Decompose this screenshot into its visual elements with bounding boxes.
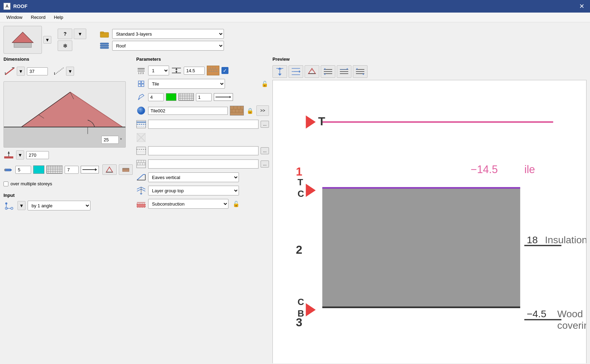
- dimensions-column: Dimensions ▼ 37: [3, 57, 133, 363]
- roof-type-button[interactable]: [3, 26, 42, 54]
- params-row-subconstruction: Subconstruction None 🔓: [136, 198, 269, 210]
- snowflake-button[interactable]: ❄: [58, 40, 72, 51]
- preview-btn-1[interactable]: [272, 65, 287, 78]
- input-mode-icon: [3, 201, 15, 210]
- roof-diagram-icon: [10, 30, 35, 50]
- eaves-icon: [136, 172, 146, 182]
- menu-help[interactable]: Help: [50, 13, 67, 21]
- svg-text:2: 2: [296, 243, 302, 256]
- green-color-swatch[interactable]: [166, 93, 176, 101]
- preview-btn-5[interactable]: [337, 65, 351, 78]
- dimension-value-1[interactable]: 37: [27, 67, 48, 75]
- subconstruction-select[interactable]: Subconstruction None: [148, 199, 228, 209]
- svg-rect-57: [141, 81, 144, 83]
- height-value[interactable]: 270: [26, 151, 49, 159]
- svg-rect-25: [4, 169, 6, 171]
- svg-rect-23: [5, 169, 10, 171]
- roof-style-btn[interactable]: [119, 164, 133, 175]
- hatch-dots-btn-1[interactable]: ...: [261, 121, 269, 128]
- pen-size-input[interactable]: 5: [15, 166, 31, 174]
- svg-text:−14.5: −14.5: [471, 163, 498, 176]
- subconstruction-lock-btn[interactable]: 🔓: [232, 200, 240, 208]
- thickness-input[interactable]: 14.5: [184, 67, 205, 75]
- angle-input[interactable]: 25: [101, 136, 119, 144]
- layers-icon: [100, 42, 109, 50]
- svg-line-99: [141, 187, 145, 189]
- texture-name-display: Tile002: [148, 107, 228, 115]
- eaves-select[interactable]: Eaves vertical Eaves horizontal Eaves pl…: [148, 172, 239, 182]
- svg-point-33: [11, 207, 13, 209]
- svg-rect-138: [322, 188, 520, 307]
- parameters-label: Parameters: [136, 57, 269, 62]
- pen-number-input[interactable]: 4: [148, 93, 164, 101]
- texture-lock-btn[interactable]: 🔒: [246, 106, 254, 115]
- svg-rect-104: [137, 204, 145, 207]
- svg-marker-133: [306, 116, 315, 129]
- svg-text:Insulation: Insulation: [545, 234, 586, 245]
- input-mode-dropdown-btn[interactable]: ▼: [17, 201, 26, 210]
- params-row-4: Tile002 🔒: [136, 104, 269, 117]
- hatch-pattern-btn[interactable]: [46, 165, 63, 174]
- params-hatch-btn[interactable]: [179, 93, 194, 101]
- close-button[interactable]: ✕: [577, 2, 587, 11]
- roof-peak-btn[interactable]: [102, 164, 116, 175]
- svg-rect-58: [138, 84, 141, 87]
- menu-window[interactable]: Window: [3, 13, 26, 21]
- brick-field: [148, 159, 258, 169]
- svg-marker-140: [306, 184, 315, 197]
- params-row-2: Tile Wood Concrete Insulation 🔓: [136, 78, 269, 90]
- hatch-field-2: [148, 146, 258, 155]
- roof-dropdown-arrow[interactable]: ▼: [43, 36, 51, 44]
- hatch-dots-btn-2[interactable]: ...: [261, 147, 269, 154]
- svg-marker-148: [306, 303, 315, 317]
- svg-line-98: [137, 187, 141, 189]
- svg-marker-131: [362, 74, 364, 75]
- input-method-select[interactable]: by 1 angle by 2 angles by pitch: [28, 201, 90, 210]
- layer-count-icon: 1 2 3: [136, 66, 146, 75]
- svg-rect-5: [100, 43, 109, 44]
- tile-texture-preview[interactable]: [230, 106, 244, 116]
- hatch-count-input[interactable]: 7: [65, 166, 79, 174]
- profile-dropdown[interactable]: Standard 3-layers Standard 2-layers Cust…: [112, 29, 224, 39]
- preview-label: Preview: [272, 57, 587, 62]
- svg-rect-6: [100, 45, 109, 46]
- preview-toolbar: [272, 65, 587, 78]
- disabled-preview-icon: [136, 133, 146, 142]
- params-checkbox-1[interactable]: ✓: [221, 67, 228, 74]
- svg-line-11: [54, 68, 64, 75]
- hatch-num-input[interactable]: 1: [196, 93, 212, 101]
- preview-btn-6[interactable]: [353, 65, 367, 78]
- svg-text:ile: ile: [524, 163, 535, 176]
- svg-text:T: T: [298, 177, 303, 187]
- hatch-field-1: [148, 120, 258, 129]
- svg-marker-108: [278, 74, 282, 76]
- params-row-eaves: Eaves vertical Eaves horizontal Eaves pl…: [136, 171, 269, 183]
- menu-bar: Window Record Help: [0, 13, 590, 22]
- svg-marker-121: [324, 74, 326, 75]
- material-lock-btn[interactable]: 🔓: [261, 80, 269, 88]
- preview-btn-3[interactable]: [305, 65, 319, 78]
- material-select[interactable]: Tile Wood Concrete Insulation: [148, 79, 225, 89]
- expand-button[interactable]: ▼: [74, 29, 86, 39]
- dim1-dropdown-btn[interactable]: ▼: [17, 67, 25, 76]
- preview-btn-4[interactable]: [321, 65, 335, 78]
- menu-record[interactable]: Record: [27, 13, 49, 21]
- svg-line-8: [5, 68, 14, 75]
- layer-group-select[interactable]: Layer group top Layer group bottom Layer…: [148, 186, 239, 195]
- svg-text:C: C: [298, 297, 304, 307]
- brick-dots-btn[interactable]: ...: [261, 161, 269, 168]
- color-swatch-cyan[interactable]: [33, 165, 44, 174]
- preview-btn-2[interactable]: [289, 65, 303, 78]
- height-dropdown-btn[interactable]: ▼: [16, 150, 24, 159]
- dimensions-row-1: ▼ 37 ▼: [3, 66, 133, 76]
- preview-column: Preview: [272, 57, 587, 363]
- svg-marker-22: [8, 151, 10, 154]
- layer-count-select[interactable]: 1 2 3: [148, 66, 169, 75]
- texture-more-btn[interactable]: >>: [256, 105, 269, 116]
- type-dropdown[interactable]: Roof Ceiling Floor: [112, 41, 224, 51]
- dim2-dropdown-btn[interactable]: ▼: [66, 67, 74, 76]
- title-bar-content: A ROOF: [3, 3, 27, 10]
- over-storeys-checkbox[interactable]: [3, 181, 8, 186]
- help-button[interactable]: ?: [58, 29, 72, 39]
- title-bar: A ROOF ✕: [0, 0, 590, 13]
